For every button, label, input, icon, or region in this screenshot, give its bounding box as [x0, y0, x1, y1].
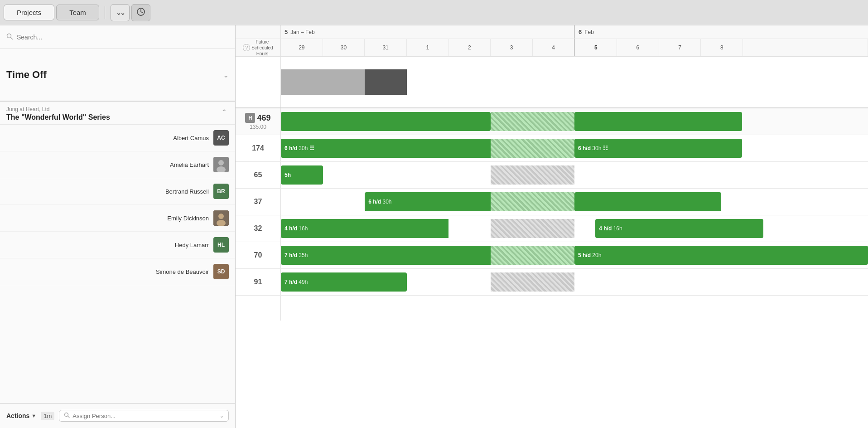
amelia-gantt: 5h	[281, 162, 868, 188]
member-name: Bertrand Russell	[165, 188, 209, 195]
member-row-amelia: 65 5h	[236, 162, 868, 189]
bar-text: 5h	[285, 172, 291, 178]
avatar: HL	[213, 237, 229, 253]
future-hours-inner: ? FutureScheduledHours	[243, 39, 273, 57]
list-item: Bertrand Russell BR	[0, 178, 235, 205]
time-off-gantt-cells	[281, 57, 868, 107]
actions-label: Actions	[6, 412, 29, 419]
future-hours-header: ? FutureScheduledHours	[236, 39, 281, 56]
list-item: Simone de Beauvoir SD	[0, 258, 235, 285]
list-item: Amelia Earhart	[0, 151, 235, 178]
hedy-hatched	[491, 246, 574, 265]
bar-text: 6 h/d 30h ☷	[285, 145, 314, 151]
week6-range: Feb	[584, 29, 594, 35]
avatar: AC	[213, 130, 229, 146]
collapse-icon-btn[interactable]: ⌄⌄	[111, 4, 130, 21]
time-off-section: Time Off ⌄	[0, 49, 235, 102]
day-30: 30	[323, 39, 365, 56]
member-row-bertrand: 37 6 h/d 30h	[236, 189, 868, 215]
albert-bar1: 6 h/d 30h ☷	[281, 139, 491, 158]
help-icon[interactable]: ?	[243, 44, 250, 51]
bertrand-bar1: 6 h/d 30h	[365, 192, 491, 211]
actions-button[interactable]: Actions ▼	[6, 412, 36, 419]
simone-bar1: 7 h/d 49h	[281, 272, 407, 292]
day-2: 2	[449, 39, 491, 56]
svg-line-10	[68, 416, 70, 418]
emily-hatched	[491, 219, 574, 238]
assign-search-icon	[64, 412, 70, 419]
assign-person-input[interactable]	[72, 413, 217, 419]
project-header-row: Jung at Heart, Ltd The "Wonderful World"…	[6, 106, 229, 122]
hours-spacer	[236, 25, 281, 39]
bar-text: 7 h/d 49h	[285, 279, 308, 285]
project-gantt-cells	[281, 108, 868, 135]
member-row-hedy: 70 7 h/d 35h 5 h/d 20h	[236, 242, 868, 269]
avatar: SD	[213, 264, 229, 279]
clock-icon-btn[interactable]	[131, 4, 150, 21]
chevron-down-icon: ⌄⌄	[116, 9, 124, 16]
day-extra	[743, 39, 868, 56]
project-bar-week2	[574, 112, 742, 131]
albert-gantt: 6 h/d 30h ☷ 6 h/d 30h ☷	[281, 135, 868, 161]
project-header: Jung at Heart, Ltd The "Wonderful World"…	[0, 102, 235, 125]
bar-text: 4 h/d 16h	[599, 225, 622, 232]
list-item: Hedy Lamarr HL	[0, 232, 235, 258]
emily-gantt: 4 h/d 16h 4 h/d 16h	[281, 215, 868, 242]
projects-tab[interactable]: Projects	[4, 5, 54, 20]
albert-bar1-hatched	[491, 139, 574, 158]
search-icon	[6, 33, 13, 41]
member-row-simone: 91 7 h/d 49h	[236, 269, 868, 296]
avatar	[213, 157, 229, 172]
list-item: Emily Dickinson	[0, 205, 235, 232]
time-off-chevron-icon[interactable]: ⌄	[223, 71, 229, 79]
emily-bar2: 4 h/d 16h	[595, 219, 763, 238]
bar-text: 6 h/d 30h	[368, 199, 391, 205]
actions-bar: Actions ▼ 1m ⌄	[0, 403, 235, 428]
bertrand-hours: 37	[236, 189, 281, 215]
simone-gantt: 7 h/d 49h	[281, 269, 868, 295]
search-input[interactable]	[17, 34, 229, 41]
bertrand-bar2	[574, 192, 721, 211]
amelia-bar1: 5h	[281, 165, 323, 185]
bertrand-gantt: 6 h/d 30h	[281, 189, 868, 215]
day-4: 4	[533, 39, 575, 56]
timeoff-block-light	[281, 69, 365, 95]
week6-group: 6 Feb	[575, 25, 868, 39]
day-6: 6	[617, 39, 659, 56]
team-list: Albert Camus AC Amelia Earhart Bertrand …	[0, 125, 235, 403]
assign-container[interactable]: ⌄	[59, 410, 229, 422]
emily-hours: 32	[236, 215, 281, 242]
gantt-body: H 469 135.00	[236, 57, 868, 428]
week5-number: 5	[285, 29, 288, 35]
assign-chevron-icon[interactable]: ⌄	[220, 413, 224, 419]
project-hours-cell: H 469 135.00	[236, 108, 281, 135]
hedy-bar2: 5 h/d 20h	[574, 246, 868, 265]
project-name: The "Wonderful World" Series	[6, 113, 110, 122]
company-name: Jung at Heart, Ltd	[6, 106, 110, 112]
bar-text: 7 h/d 35h	[285, 252, 308, 258]
week5-group: 5 Jan – Feb	[281, 25, 575, 39]
calendar-header: 5 Jan – Feb 6 Feb	[236, 25, 868, 57]
bar-text: 5 h/d 20h	[578, 252, 601, 258]
bar-text: 4 h/d 16h	[285, 225, 308, 232]
future-hours-label: FutureScheduledHours	[251, 39, 273, 57]
svg-line-2	[11, 37, 13, 39]
hedy-gantt: 7 h/d 35h 5 h/d 20h	[281, 242, 868, 268]
list-item: Albert Camus AC	[0, 125, 235, 151]
avatar	[213, 210, 229, 226]
project-hours-inner: H 469	[245, 113, 270, 123]
member-name: Hedy Lamarr	[175, 242, 209, 248]
team-tab[interactable]: Team	[56, 5, 99, 20]
svg-point-7	[218, 214, 224, 219]
amelia-hours: 65	[236, 162, 281, 188]
week5-range: Jan – Feb	[290, 29, 314, 35]
member-name: Simone de Beauvoir	[156, 268, 209, 275]
project-gantt-row: H 469 135.00	[236, 108, 868, 135]
project-info: Jung at Heart, Ltd The "Wonderful World"…	[6, 106, 110, 122]
project-collapse-button[interactable]: ⌃	[219, 106, 229, 118]
amelia-hatched	[491, 165, 574, 185]
albert-bar2: 6 h/d 30h ☷	[574, 139, 742, 158]
time-off-header: Time Off ⌄	[0, 49, 235, 101]
day-1: 1	[407, 39, 449, 56]
left-panel: Time Off ⌄ Jung at Heart, Ltd The "Wonde…	[0, 25, 236, 428]
